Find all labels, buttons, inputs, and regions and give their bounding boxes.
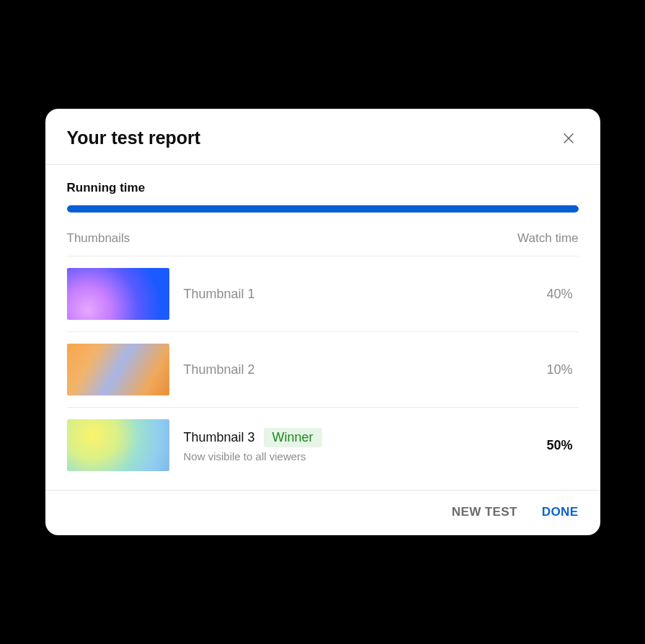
- close-button[interactable]: [559, 128, 579, 148]
- row-main: Thumbnail 2: [184, 362, 521, 377]
- progress-fill: [67, 205, 579, 213]
- test-report-dialog: Your test report Running time Thumbnails…: [45, 109, 600, 535]
- running-time-section: Running time: [45, 165, 600, 213]
- dialog-header: Your test report: [45, 109, 600, 165]
- watch-time-value: 50%: [535, 438, 579, 453]
- thumbnail-preview: [67, 344, 169, 395]
- thumbnail-name: Thumbnail 1: [184, 287, 255, 302]
- column-watch-time: Watch time: [517, 231, 578, 246]
- row-main: Thumbnail 3 Winner Now visibile to all v…: [184, 428, 521, 462]
- table-row: Thumbnail 2 10%: [67, 331, 579, 407]
- winner-badge: Winner: [264, 428, 322, 447]
- progress-bar: [67, 205, 579, 213]
- row-main: Thumbnail 1: [184, 287, 521, 302]
- table-header: Thumbnails Watch time: [45, 213, 600, 256]
- thumbnail-preview: [67, 419, 169, 471]
- close-icon: [561, 130, 577, 146]
- thumbnail-name: Thumbnail 2: [184, 362, 255, 377]
- dialog-title: Your test report: [67, 128, 201, 148]
- table-row: Thumbnail 3 Winner Now visibile to all v…: [67, 407, 579, 483]
- watch-time-value: 10%: [535, 362, 579, 377]
- thumbnail-name: Thumbnail 3: [184, 430, 255, 445]
- running-time-label: Running time: [67, 181, 579, 195]
- new-test-button[interactable]: NEW TEST: [452, 505, 517, 519]
- thumbnails-table: Thumbnail 1 40% Thumbnail 2 10% Thumbnai…: [45, 256, 600, 490]
- thumbnail-preview: [67, 268, 169, 320]
- dialog-footer: NEW TEST DONE: [45, 490, 600, 535]
- table-row: Thumbnail 1 40%: [67, 256, 579, 331]
- watch-time-value: 40%: [535, 287, 579, 302]
- thumbnail-subtitle: Now visibile to all viewers: [184, 450, 521, 462]
- column-thumbnails: Thumbnails: [67, 231, 130, 246]
- done-button[interactable]: DONE: [542, 505, 579, 519]
